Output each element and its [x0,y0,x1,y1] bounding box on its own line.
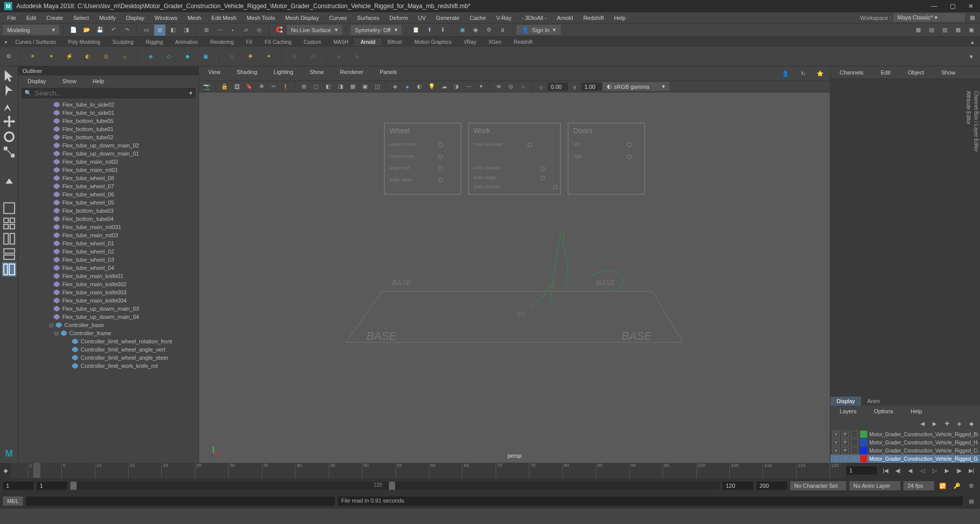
vp-wireframe-icon[interactable]: ◈ [389,81,401,92]
shelf-tab-polymodeling[interactable]: Poly Modeling [62,38,106,46]
shelf-settings-icon[interactable]: ⚙ [3,51,14,62]
outliner-item[interactable]: Flex_tube_wheel_06 [18,190,199,198]
outliner-item[interactable]: Controller_limit_wheel_angle_steer [18,354,199,362]
outliner-item[interactable]: Flex_tube_main_knife01 [18,272,199,280]
vp-safe-title-icon[interactable]: ◫ [372,81,383,92]
shelf-tab-mash[interactable]: MASH [327,38,354,46]
outliner-item[interactable]: Flex_tube_main_knife002 [18,280,199,288]
vp-lock-icon[interactable]: 🔒 [219,81,230,92]
menu-help[interactable]: Help [609,14,631,22]
outliner-item[interactable]: Controller_limit_work_knife_rot [18,362,199,370]
physical-sky-icon[interactable]: ☼ [117,49,132,64]
shelf-tab-rendering[interactable]: Rendering [204,38,240,46]
signin-button[interactable]: 👤 Sign In ▾ [517,25,560,35]
minimize-button[interactable]: — [929,1,939,11]
vp-gamma-value[interactable]: 1.00 [581,83,602,91]
menu-meshtools[interactable]: Mesh Tools [241,14,280,22]
area-light-icon[interactable]: ☀ [25,49,40,64]
magnet-icon[interactable]: 🧲 [274,24,285,36]
vp-isolate-icon[interactable]: 👁 [493,81,504,92]
prefs-icon[interactable]: ⚙ [966,480,977,491]
shelf-tab-bifrost[interactable]: Bifrost [381,38,408,46]
menu-dtoall[interactable]: - 3DtoAll - [517,14,552,22]
menu-select[interactable]: Select [68,14,94,22]
volume-icon[interactable]: ◇ [161,49,177,64]
stacked-layout[interactable] [2,247,16,261]
input-list-icon[interactable]: ⬆ [424,24,435,36]
menu-create[interactable]: Create [41,14,68,22]
layer-create-selected-icon[interactable]: ◆ [966,418,977,429]
menu-file[interactable]: File [2,14,21,22]
outliner-item[interactable]: Flex_tube_main_knife004 [18,296,199,305]
layers-menu-help[interactable]: Help [905,407,927,415]
range-start-field[interactable]: 1 [3,482,34,490]
viewport-menu-shading[interactable]: Shading [232,68,262,79]
outliner-item[interactable]: Flex_bottom_tube05 [18,117,199,125]
menu-arnold[interactable]: Arnold [552,14,578,22]
outliner-item[interactable]: Flex_bottom_tube02 [18,133,199,141]
shelf-tab-arnold[interactable]: Arnold [354,38,381,46]
outliner-layout[interactable] [2,262,16,277]
shelf-tab-fx[interactable]: FX [240,38,259,46]
vp-grid-icon[interactable]: ⊞ [298,81,309,92]
viewport-menu-renderer[interactable]: Renderer [335,68,369,79]
channels-tab-channels[interactable]: Channels [835,68,868,77]
outliner-tree[interactable]: Flex_tube_to_side02Flex_tube_to_side01Fl… [18,99,199,463]
outliner-item[interactable]: Flex_tube_wheel_03 [18,256,199,264]
vp-gamma-icon[interactable]: γ [569,81,580,92]
timeline[interactable]: ◆ 15101520253035404550556065707580859095… [0,463,980,478]
layer-row[interactable]: VPMotor_Grader_Construction_Vehicle_Rigg… [830,438,980,446]
tx-manager-icon[interactable]: ✚ [242,49,258,64]
autokey-icon[interactable]: 🔁 [937,480,948,491]
layer-create-empty-icon[interactable]: ◈ [953,418,965,429]
shelf-tab-vray[interactable]: VRay [457,38,482,46]
vp-film-gate-icon[interactable]: ▢ [310,81,322,92]
viewport-menu-panels[interactable]: Panels [375,68,402,79]
layer-moveup-icon[interactable]: ◀ [917,418,928,429]
channels-tab-edit[interactable]: Edit [875,68,895,77]
select-tool[interactable] [2,68,16,83]
output-list-icon[interactable]: ⬇ [437,24,448,36]
timeline-current-field[interactable]: 1 [846,466,877,475]
vp-field-chart-icon[interactable]: ▦ [347,81,358,92]
viewport-menu-lighting[interactable]: Lighting [268,68,299,79]
vp-xray-joints-icon[interactable]: ○ [518,81,529,92]
outliner-item[interactable]: Flex_tube_to_side02 [18,101,199,109]
menu-cache[interactable]: Cache [464,14,491,22]
vp-shaded-icon[interactable]: ● [402,81,413,92]
outliner-item[interactable]: Flex_tube_main_knife003 [18,288,199,296]
layer-movedown-icon[interactable]: ▶ [929,418,940,429]
viewport-bookmark-icon[interactable]: ⭐ [815,68,826,79]
render-view-icon[interactable]: ▣ [287,49,302,64]
select-hierarchy-icon[interactable]: ▦ [154,24,165,36]
vp-safe-action-icon[interactable]: ▣ [359,81,371,92]
mode-dropdown[interactable]: Modeling ▾ [3,25,59,35]
flush-cache-icon[interactable]: ▦ [224,49,239,64]
layer-row[interactable]: VPMotor_Grader_Construction_Vehicle_Rigg… [830,430,980,438]
outliner-item[interactable]: Flex_tube_wheel_04 [18,264,199,272]
range-handle-start[interactable] [70,482,77,490]
cmd-input[interactable] [26,496,335,506]
outliner-search-input[interactable] [35,89,186,97]
outliner-item[interactable]: ⊟Controller_frame [18,329,199,337]
outliner-item[interactable]: Controller_limit_wheel_rotation_front [18,337,199,345]
render-settings-shelf-icon[interactable]: ▦ [305,49,321,64]
shelf-tab-sculpting[interactable]: Sculpting [106,38,139,46]
character-set-dropdown[interactable]: No Character Set [790,481,846,490]
vp-textured-icon[interactable]: ◐ [414,81,425,92]
vp-image-plane-icon[interactable]: 🖼 [231,81,242,92]
viewport-menu-view[interactable]: View [203,68,226,79]
select-camera-icon[interactable]: 📷 [201,81,212,92]
menu-vray[interactable]: V-Ray [491,14,517,22]
step-back-icon[interactable]: ◀ [904,465,916,476]
snap-plane-icon[interactable]: ▱ [240,24,252,36]
range-end-field[interactable]: 200 [756,482,787,490]
play-forward-icon[interactable]: ▷ [929,465,940,476]
vp-shadows-icon[interactable]: ☁ [438,81,450,92]
procedural-icon[interactable]: ▣ [198,49,213,64]
chevron-down-icon[interactable]: ▾ [189,90,192,96]
mesh-light-icon[interactable]: ✦ [43,49,59,64]
attribute-toggle-icon[interactable]: ▥ [939,24,950,36]
skydome-light-icon[interactable]: ◐ [80,49,95,64]
outliner-item[interactable]: Flex_tube_wheel_05 [18,198,199,207]
